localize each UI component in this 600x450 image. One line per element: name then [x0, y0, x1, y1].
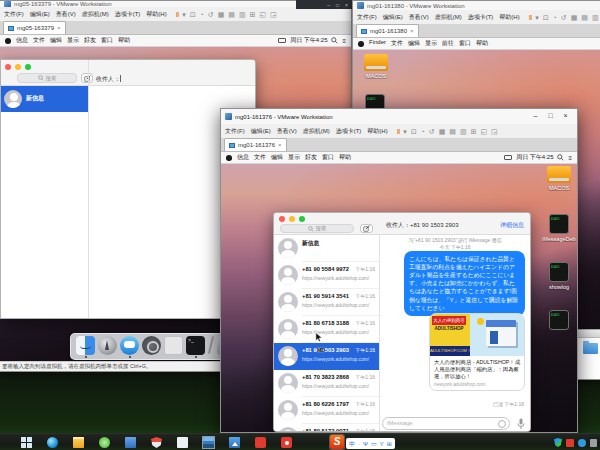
thumbnail-view-icon[interactable]: ▥: [239, 11, 246, 18]
mac-menu-item[interactable]: 编辑: [271, 153, 283, 162]
apple-icon[interactable]: [5, 38, 11, 44]
photos-app-icon[interactable]: [228, 436, 241, 449]
menu-item[interactable]: 查看(V): [409, 13, 429, 22]
apple-icon[interactable]: [358, 41, 364, 47]
unity-icon[interactable]: ◱: [480, 128, 487, 135]
close-icon[interactable]: [279, 216, 285, 222]
mac-menu-item[interactable]: 帮助: [476, 39, 488, 48]
desktop-icon[interactable]: MACOS: [542, 166, 576, 214]
soft-keyboard-icon[interactable]: ▭: [371, 441, 377, 447]
pause-button[interactable]: ‖: [529, 14, 531, 21]
zoom-icon[interactable]: [299, 216, 305, 222]
snapshot-icon[interactable]: ◔: [200, 11, 204, 18]
maximize-button[interactable]: □: [543, 109, 558, 124]
blue-doc-app-icon[interactable]: [124, 436, 137, 449]
spotlight-icon[interactable]: [331, 37, 338, 44]
manage-snapshots-icon[interactable]: ▦: [439, 128, 446, 135]
tab-close-icon[interactable]: ×: [57, 25, 61, 31]
conversation-item[interactable]: +81 80 6718 3188 下午1:16 https://newyork.…: [274, 316, 379, 343]
messages-window-left[interactable]: 搜索 收件人： 新信息: [0, 59, 256, 319]
pause-button[interactable]: ‖: [176, 11, 178, 18]
details-link[interactable]: 详细信息: [500, 221, 524, 230]
mac-menu-item[interactable]: 信息: [237, 153, 249, 162]
menu-item[interactable]: 文件(F): [4, 10, 24, 19]
minimize-button[interactable]: –: [528, 109, 543, 124]
window-titlebar[interactable]: mg01-161380 - VMware Workstation: [353, 1, 600, 10]
conversation-item[interactable]: +81 90 5584 9972 下午1:16 https://newyork.…: [274, 262, 379, 289]
traffic-lights[interactable]: [5, 64, 31, 70]
green-app-icon[interactable]: [98, 436, 111, 449]
mic-icon[interactable]: Ψ: [363, 441, 368, 447]
menu-item[interactable]: 编辑(E): [383, 13, 403, 22]
compose-button[interactable]: [360, 224, 373, 233]
console-view-icon[interactable]: ▤: [228, 11, 235, 18]
menu-item[interactable]: 虚拟机(M): [303, 127, 330, 136]
edge-icon[interactable]: [46, 436, 59, 449]
snapshot-icon[interactable]: ◔: [553, 14, 557, 21]
desktop-icon[interactable]: EXEC: [542, 310, 576, 358]
defender-shield-icon[interactable]: [554, 438, 562, 447]
sogou-logo-icon[interactable]: S: [330, 435, 344, 449]
conversation-item[interactable]: 新信息: [1, 86, 88, 112]
zoom-icon[interactable]: [25, 64, 31, 70]
menubar-clock[interactable]: 周日 下午4:25: [516, 153, 553, 162]
manage-snapshots-icon[interactable]: ▦: [571, 14, 578, 21]
console-view-icon[interactable]: ▤: [581, 14, 588, 21]
ctrl-alt-del-icon[interactable]: ⊡: [190, 11, 196, 18]
minimize-icon[interactable]: [289, 216, 295, 222]
menu-item[interactable]: 帮助(H): [367, 127, 387, 136]
mac-menu-item[interactable]: 窗口: [322, 153, 334, 162]
messages-icon[interactable]: [120, 336, 139, 355]
apple-icon[interactable]: [226, 155, 232, 161]
dictation-mic-icon[interactable]: [517, 418, 525, 430]
external-display-icon[interactable]: ◲: [270, 11, 277, 18]
mac-menu-item[interactable]: 信息: [16, 36, 28, 45]
spotlight-icon[interactable]: [557, 154, 564, 161]
vmware-workstation-icon[interactable]: [202, 436, 215, 449]
menu-item[interactable]: 帮助(H): [146, 10, 166, 19]
search-input[interactable]: 搜索: [17, 73, 77, 83]
maximize-icon[interactable]: □: [336, 2, 339, 8]
window-titlebar[interactable]: mg01-161376 - VMware Workstation – □ ×: [221, 109, 577, 124]
conversation-item[interactable]: 新信息: [274, 235, 379, 262]
notification-center-icon[interactable]: ≡: [342, 38, 346, 44]
mac-menu-item[interactable]: 帮助: [339, 153, 351, 162]
vmware-window-center[interactable]: mg01-161376 - VMware Workstation – □ × 文…: [220, 108, 578, 433]
display-icon[interactable]: [278, 38, 286, 43]
snapshot-icon[interactable]: ◔: [421, 128, 425, 135]
mac-menu-item[interactable]: 帮助: [118, 36, 130, 45]
vm-tab[interactable]: mg01-161380 ×: [356, 24, 419, 37]
revert-snapshot-icon[interactable]: ↺: [208, 11, 214, 18]
link-preview-card[interactable]: 大人の便利商店 ADULTISHOP ADULTISHOP.COM！ 大人の便利…: [429, 313, 525, 391]
mac-menu-item[interactable]: 显示: [288, 153, 300, 162]
menu-item[interactable]: 编辑(E): [30, 10, 50, 19]
revert-snapshot-icon[interactable]: ↺: [429, 128, 435, 135]
start-button[interactable]: [20, 436, 33, 449]
gray-tray-icon[interactable]: [590, 439, 597, 447]
to-field[interactable]: 收件人：: [96, 75, 121, 84]
mac-menu-item[interactable]: 好友: [84, 36, 96, 45]
mac-menu-item[interactable]: 显示: [67, 36, 79, 45]
menu-item[interactable]: 文件(F): [357, 13, 377, 22]
blue-tray-icon[interactable]: [578, 439, 586, 447]
digital-touch-icon[interactable]: [498, 420, 506, 428]
ctrl-alt-del-icon[interactable]: ⊡: [411, 128, 417, 135]
menu-item[interactable]: 编辑(E): [251, 127, 271, 136]
vm-tab[interactable]: mg01-161376 ×: [224, 138, 287, 151]
pause-caret-icon[interactable]: ▾: [182, 11, 186, 18]
red-app-icon-1[interactable]: [254, 436, 267, 449]
tab-close-icon[interactable]: ×: [278, 142, 282, 148]
mac-menu-item[interactable]: 编辑: [50, 36, 62, 45]
mac-menu-item[interactable]: 窗口: [101, 36, 113, 45]
minimize-icon[interactable]: –: [327, 2, 330, 8]
search-input[interactable]: 搜索: [280, 224, 354, 233]
conversation-item[interactable]: +81 90 1503 2903 下午1:16 https://newyork.…: [274, 343, 379, 370]
mac-menu-item[interactable]: 编辑: [408, 39, 420, 48]
thumbnail-view-icon[interactable]: ▥: [460, 128, 467, 135]
mac-menu-item[interactable]: 前往: [442, 39, 454, 48]
pause-button[interactable]: ‖: [397, 128, 399, 135]
tab-close-icon[interactable]: ×: [410, 28, 414, 34]
conversation-item[interactable]: +81 80 6226 1797 下午1:16 https://newyork.…: [274, 397, 379, 424]
menu-item[interactable]: 选项卡(T): [468, 13, 494, 22]
imessage-input[interactable]: iMessage: [382, 417, 510, 430]
